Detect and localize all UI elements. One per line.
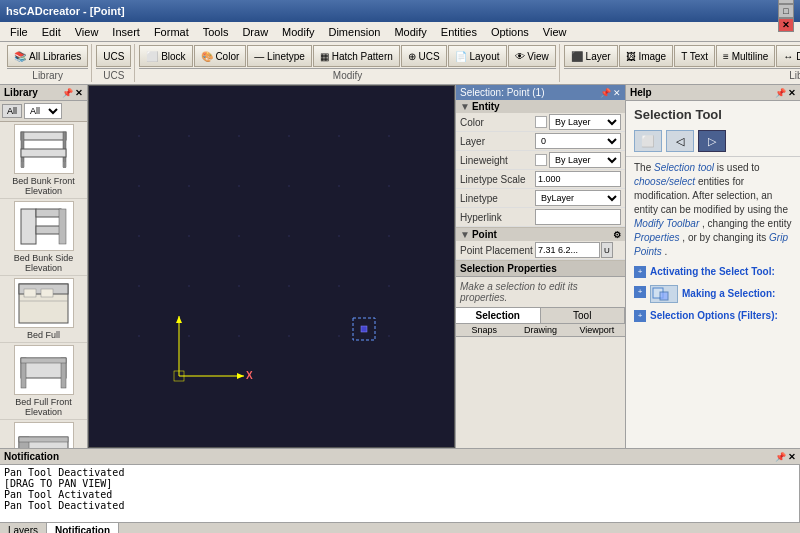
toolbar-section-tools: ⬛ Layer 🖼 Image T Text ≡ Multiline ↔ Dim…	[561, 44, 800, 82]
tab-selection[interactable]: Selection	[456, 308, 541, 323]
svg-rect-18	[21, 358, 66, 363]
subtab-viewport[interactable]: Viewport	[569, 324, 625, 336]
lineweight-dropdown[interactable]: By Layer	[549, 152, 621, 168]
toolbar-container: 📚 All Libraries Library UCS UCS ⬜ Block …	[0, 42, 800, 85]
svg-point-37	[188, 335, 190, 337]
entity-section-header[interactable]: ▼ Entity	[456, 100, 625, 113]
svg-point-43	[338, 185, 340, 187]
prop-label-layer: Layer	[460, 136, 535, 147]
svg-point-27	[138, 185, 140, 187]
maximize-button[interactable]: □	[778, 4, 794, 18]
menu-insert[interactable]: Insert	[106, 24, 146, 40]
library-item-label: Bed Full Front Elevation	[4, 397, 83, 417]
menu-view[interactable]: View	[69, 24, 105, 40]
linetype-scale-input[interactable]	[535, 171, 621, 187]
dimension-button[interactable]: ↔ Dimension	[776, 45, 800, 67]
section-label-modify: Modify	[139, 68, 555, 81]
selection-header-text: Selection: Point (1)	[460, 87, 545, 98]
notification-text[interactable]: Pan Tool Deactivated [DRAG TO PAN VIEW] …	[0, 465, 800, 522]
subtab-drawing[interactable]: Drawing	[512, 324, 568, 336]
library-all-button[interactable]: All	[2, 104, 22, 118]
close-button[interactable]: ✕	[778, 18, 794, 32]
ucs-button[interactable]: UCS	[96, 45, 131, 67]
library-close-icon[interactable]: ✕	[75, 88, 83, 98]
menu-view2[interactable]: View	[537, 24, 573, 40]
help-link-making[interactable]: + Making a Selection:	[634, 285, 792, 303]
point-placement-btn[interactable]: U	[601, 242, 613, 258]
library-item-bed-full-side[interactable]: Bed Full Side	[0, 420, 87, 448]
multiline-button[interactable]: ≡ Multiline	[716, 45, 775, 67]
all-libraries-button[interactable]: 📚 All Libraries	[7, 45, 88, 67]
help-italic-properties: Properties	[634, 232, 680, 243]
point-section-header[interactable]: ▼ Point ⚙	[456, 228, 625, 241]
notif-tab-layers[interactable]: Layers	[0, 523, 47, 533]
library-pin-icon[interactable]: 📌	[62, 88, 73, 98]
layer-button[interactable]: ⬛ Layer	[564, 45, 618, 67]
menu-options[interactable]: Options	[485, 24, 535, 40]
image-button[interactable]: 🖼 Image	[619, 45, 674, 67]
menu-dimension[interactable]: Dimension	[322, 24, 386, 40]
svg-rect-23	[89, 86, 454, 447]
help-tool-icon-2[interactable]: ◁	[666, 130, 694, 152]
view-button[interactable]: 👁 View	[508, 45, 556, 67]
menu-file[interactable]: File	[4, 24, 34, 40]
svg-rect-5	[63, 162, 66, 168]
notification-line-3: Pan Tool Activated	[4, 489, 795, 500]
ucs2-button[interactable]: ⊕ UCS	[401, 45, 447, 67]
color-dropdown[interactable]: By Layer	[549, 114, 621, 130]
toolbar-section-ucs: UCS UCS	[93, 44, 135, 82]
selection-props-section: Selection Properties Make a selection to…	[456, 261, 625, 308]
library-item-bed-bunk-front[interactable]: Bed Bunk Front Elevation	[0, 122, 87, 199]
linetype-button[interactable]: — Linetype	[247, 45, 312, 67]
notification-pin-icon[interactable]: 📌	[775, 452, 786, 462]
svg-point-40	[338, 135, 340, 137]
menu-entities[interactable]: Entities	[435, 24, 483, 40]
help-tool-icon-3[interactable]: ▷	[698, 130, 726, 152]
notification-line-4: Pan Tool Deactivated	[4, 500, 795, 511]
library-panel: Library 📌 ✕ All All	[0, 85, 88, 448]
menu-modify2[interactable]: Modify	[388, 24, 432, 40]
help-tool-icon-1[interactable]: ⬜	[634, 130, 662, 152]
selection-pin-icon[interactable]: 📌	[600, 88, 611, 98]
menu-edit[interactable]: Edit	[36, 24, 67, 40]
menu-draw[interactable]: Draw	[236, 24, 274, 40]
point-placement-input[interactable]	[535, 242, 600, 258]
menu-format[interactable]: Format	[148, 24, 195, 40]
prop-value-point-placement: U	[535, 242, 621, 258]
svg-point-47	[388, 235, 390, 237]
layout-button[interactable]: 📄 Layout	[448, 45, 507, 67]
prop-row-linetype-scale: Linetype Scale	[456, 170, 625, 189]
notif-tab-notification[interactable]: Notification	[47, 523, 119, 533]
tab-tool[interactable]: Tool	[541, 308, 626, 323]
layer-dropdown[interactable]: 0	[535, 133, 621, 149]
subtab-snaps[interactable]: Snaps	[456, 324, 512, 336]
menu-modify[interactable]: Modify	[276, 24, 320, 40]
notification-close-icon[interactable]: ✕	[788, 452, 796, 462]
point-section-icon[interactable]: ⚙	[613, 230, 621, 240]
canvas-inner[interactable]: X	[89, 86, 454, 447]
hyperlink-input[interactable]	[535, 209, 621, 225]
help-close-icon[interactable]: ✕	[788, 88, 796, 98]
block-button[interactable]: ⬜ Block	[139, 45, 192, 67]
canvas-svg: X	[89, 86, 454, 447]
color-button[interactable]: 🎨 Color	[194, 45, 247, 67]
menu-tools[interactable]: Tools	[197, 24, 235, 40]
library-item-bed-bunk-side[interactable]: Bed Bunk Side Elevation	[0, 199, 87, 276]
library-item-icon	[14, 124, 74, 174]
help-pin-icon[interactable]: 📌	[775, 88, 786, 98]
notification-line-1: Pan Tool Deactivated	[4, 467, 795, 478]
canvas-area[interactable]: X	[88, 85, 455, 448]
library-item-bed-full-front[interactable]: Bed Full Front Elevation	[0, 343, 87, 420]
prop-label-lineweight: Lineweight	[460, 155, 535, 166]
linetype-dropdown[interactable]: ByLayer	[535, 190, 621, 206]
help-section-options: + Selection Options (Filters):	[634, 309, 792, 323]
library-item-bed-full[interactable]: Bed Full	[0, 276, 87, 343]
hatch-button[interactable]: ▦ Hatch Pattern	[313, 45, 400, 67]
help-link-options[interactable]: + Selection Options (Filters):	[634, 309, 792, 323]
notification-tabs: Layers Notification	[0, 522, 800, 533]
point-section-title: Point	[472, 229, 497, 240]
help-link-activate[interactable]: + Activating the Select Tool:	[634, 265, 792, 279]
selection-close-icon[interactable]: ✕	[613, 88, 621, 98]
library-filter-dropdown[interactable]: All	[24, 103, 62, 119]
text-button[interactable]: T Text	[674, 45, 715, 67]
